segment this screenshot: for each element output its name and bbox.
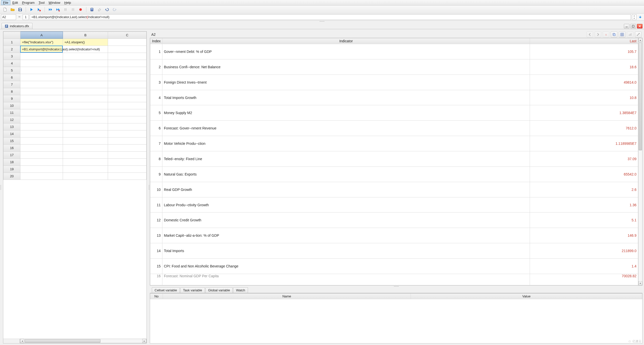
svg-point-2 <box>39 10 41 11</box>
new-file-icon[interactable] <box>2 7 8 13</box>
svg-rect-0 <box>19 8 21 9</box>
open-file-icon[interactable] <box>10 7 16 13</box>
expand-formula-icon[interactable] <box>637 14 643 20</box>
svg-rect-4 <box>64 8 65 11</box>
menu-tool[interactable]: Tool <box>37 0 47 5</box>
svg-rect-16 <box>632 25 634 27</box>
redo-icon[interactable] <box>112 7 118 13</box>
step-over-icon[interactable] <box>47 7 53 13</box>
debug-run-icon[interactable] <box>36 7 42 13</box>
cell-reference-box[interactable]: A2 <box>1 14 16 20</box>
formula-text-1: =B1.xlsimport@t(Indicator,Last).select <box>31 15 87 19</box>
menu-program[interactable]: Program <box>20 0 37 5</box>
svg-point-7 <box>79 8 82 11</box>
svg-rect-6 <box>72 8 74 11</box>
menu-window[interactable]: Window <box>47 0 62 5</box>
menu-help[interactable]: Help <box>62 0 73 5</box>
svg-rect-9 <box>91 8 93 9</box>
stop-icon[interactable] <box>70 7 76 13</box>
formula-bar: A2 = 1 =B1.xlsimport@t(Indicator,Last).s… <box>0 14 644 21</box>
step-into-icon[interactable] <box>55 7 61 13</box>
svg-rect-1 <box>19 10 21 11</box>
menu-bar: File Edit Program Tool Window Help <box>0 0 644 6</box>
calculator-icon[interactable] <box>89 7 95 13</box>
svg-rect-11 <box>92 10 92 10</box>
breakpoint-icon[interactable] <box>78 7 84 13</box>
minimize-button[interactable] <box>624 24 629 28</box>
svg-rect-10 <box>91 10 91 10</box>
equals-label: = <box>17 15 22 19</box>
undo-icon[interactable] <box>104 7 110 13</box>
formula-input[interactable]: =B1.xlsimport@t(Indicator,Last).select(I… <box>30 14 631 20</box>
formula-text-2: Indicator!=null) <box>88 15 110 19</box>
menu-edit[interactable]: Edit <box>10 0 20 5</box>
erase-icon[interactable] <box>96 7 102 13</box>
doc-icon: P <box>5 24 8 28</box>
svg-rect-5 <box>66 8 66 11</box>
close-button[interactable] <box>637 24 642 28</box>
svg-rect-12 <box>92 10 93 10</box>
pause-icon[interactable] <box>62 7 68 13</box>
menu-file[interactable]: File <box>1 0 10 5</box>
svg-text:P: P <box>6 25 8 28</box>
formula-line-spinner[interactable]: ▴▾ <box>632 14 636 20</box>
document-tab-label: indicators.dfx <box>10 24 29 28</box>
svg-point-3 <box>59 10 60 11</box>
document-tab[interactable]: P indicators.dfx <box>2 23 32 29</box>
document-tab-bar: P indicators.dfx <box>0 22 644 29</box>
maximize-button[interactable] <box>630 24 636 28</box>
run-icon[interactable] <box>28 7 34 13</box>
save-icon[interactable] <box>17 7 23 13</box>
line-number-box[interactable]: 1 <box>23 14 29 20</box>
toolbar <box>0 6 644 14</box>
